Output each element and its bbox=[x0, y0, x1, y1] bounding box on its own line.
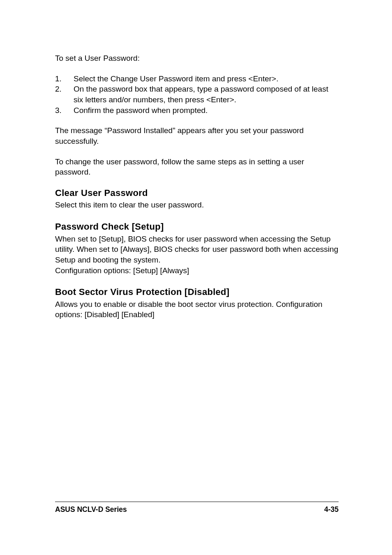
section-heading-boot-sector: Boot Sector Virus Protection [Disabled] bbox=[55, 286, 339, 298]
page-content: To set a User Password: 1. Select the Ch… bbox=[0, 0, 392, 320]
list-number: 3. bbox=[55, 105, 74, 116]
footer-page-number: 4-35 bbox=[324, 505, 339, 514]
numbered-list: 1. Select the Change User Password item … bbox=[55, 74, 339, 116]
list-item: 2. On the password box that appears, typ… bbox=[55, 84, 339, 105]
list-item: 1. Select the Change User Password item … bbox=[55, 74, 339, 84]
paragraph: To change the user password, follow the … bbox=[55, 157, 339, 177]
list-text: Select the Change User Password item and… bbox=[74, 74, 339, 84]
page-footer: ASUS NCLV-D Series 4-35 bbox=[55, 502, 339, 514]
section-heading-clear-password: Clear User Password bbox=[55, 187, 339, 199]
paragraph: The message “Password Installed” appears… bbox=[55, 125, 339, 146]
footer-row: ASUS NCLV-D Series 4-35 bbox=[55, 505, 339, 514]
section-body: When set to [Setup], BIOS checks for use… bbox=[55, 234, 339, 276]
list-text: Confirm the password when prompted. bbox=[74, 105, 339, 116]
footer-divider bbox=[55, 502, 339, 502]
list-number: 2. bbox=[55, 84, 74, 105]
intro-text: To set a User Password: bbox=[55, 53, 339, 64]
footer-left-text: ASUS NCLV-D Series bbox=[55, 505, 127, 514]
section-heading-password-check: Password Check [Setup] bbox=[55, 221, 339, 233]
list-number: 1. bbox=[55, 74, 74, 84]
section-body: Allows you to enable or disable the boot… bbox=[55, 299, 339, 320]
list-text: On the password box that appears, type a… bbox=[74, 84, 339, 105]
list-item: 3. Confirm the password when prompted. bbox=[55, 105, 339, 116]
section-body: Select this item to clear the user passw… bbox=[55, 200, 339, 210]
